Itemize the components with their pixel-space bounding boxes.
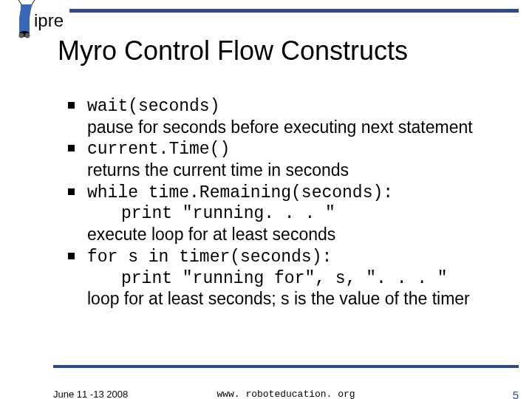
- bullet-icon: [68, 102, 75, 109]
- desc-line: returns the current time in seconds: [87, 160, 504, 181]
- list-item: wait(seconds) pause for seconds before e…: [68, 96, 504, 137]
- content-area: wait(seconds) pause for seconds before e…: [68, 96, 504, 311]
- svg-point-2: [19, 33, 24, 38]
- footer-page: 5: [513, 389, 519, 399]
- bullet-icon: [68, 188, 75, 195]
- desc-line: pause for seconds before executing next …: [87, 117, 504, 138]
- code-line-indent: print "running for", s, ". . . ": [121, 268, 504, 290]
- bullet-icon: [68, 253, 75, 259]
- desc-line: loop for at least seconds; s is the valu…: [87, 289, 504, 310]
- slide-title: Myro Control Flow Constructs: [58, 35, 408, 66]
- code-line: while time.Remaining(seconds):: [87, 183, 504, 204]
- ipre-logo: ipre: [7, 0, 74, 38]
- list-item: for s in timer(seconds): print "running …: [68, 247, 504, 310]
- list-item: current.Time() returns the current time …: [68, 139, 504, 180]
- footer-url: www. roboteducation. org: [53, 389, 519, 399]
- code-line: wait(seconds): [87, 96, 504, 117]
- svg-line-5: [32, 0, 35, 4]
- code-line: for s in timer(seconds):: [87, 247, 504, 268]
- code-line-indent: print "running. . . ": [121, 203, 504, 225]
- desc-line: execute loop for at least seconds: [87, 225, 504, 245]
- list-item: while time.Remaining(seconds): print "ru…: [68, 183, 504, 245]
- svg-point-3: [25, 33, 30, 38]
- svg-marker-0: [19, 4, 33, 34]
- code-line: current.Time(): [87, 139, 504, 160]
- header-rule: [69, 9, 519, 13]
- svg-line-4: [18, 0, 21, 4]
- footer-rule: [53, 365, 519, 368]
- bullet-icon: [68, 145, 75, 151]
- logo-text: ipre: [34, 10, 64, 30]
